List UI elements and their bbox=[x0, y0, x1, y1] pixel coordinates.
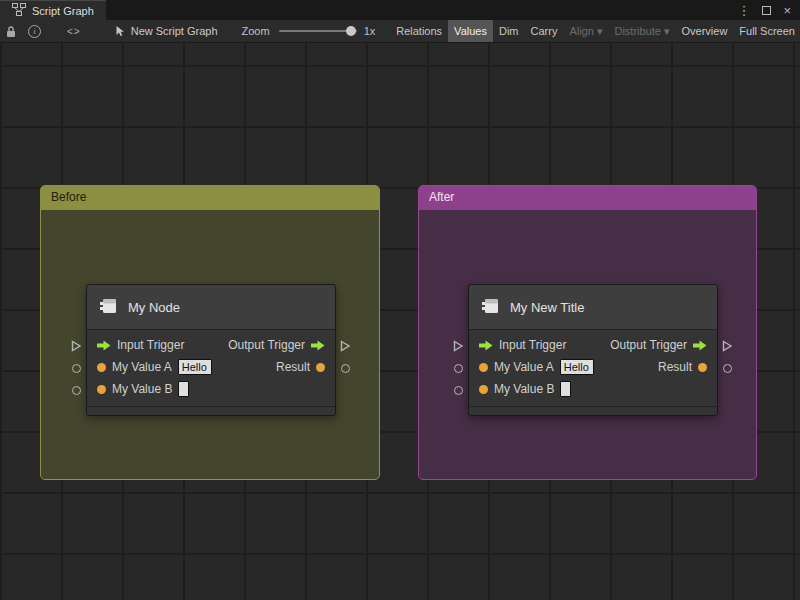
tab-title: Script Graph bbox=[32, 5, 94, 17]
port-label: My Value B bbox=[112, 382, 172, 396]
port-label: Result bbox=[658, 360, 692, 374]
graph-pointer-icon bbox=[115, 25, 126, 37]
group-header[interactable]: After bbox=[419, 186, 756, 210]
graph-name-label[interactable]: New Script Graph bbox=[131, 25, 218, 37]
script-graph-window: Script Graph ⋮ × i <> New Script Graph Z… bbox=[0, 0, 800, 600]
window-controls: ⋮ × bbox=[728, 0, 800, 20]
port-label: My Value A bbox=[494, 360, 554, 374]
node-footer bbox=[87, 406, 335, 415]
output-trigger-port[interactable]: Output Trigger bbox=[228, 338, 325, 352]
port-label: My Value A bbox=[112, 360, 172, 374]
group-after[interactable]: After My New Title bbox=[418, 185, 757, 480]
value-b-field[interactable] bbox=[178, 381, 189, 397]
port-row: My Value A Result bbox=[469, 356, 717, 378]
zoom-value: 1x bbox=[364, 25, 376, 37]
external-value-marker[interactable] bbox=[72, 364, 81, 373]
align-button: Align ▾ bbox=[563, 20, 608, 43]
value-b-port[interactable]: My Value B bbox=[97, 381, 189, 397]
value-b-field[interactable] bbox=[560, 381, 571, 397]
result-port[interactable]: Result bbox=[276, 360, 325, 374]
trigger-arrow-icon[interactable] bbox=[97, 340, 111, 351]
value-port-icon[interactable] bbox=[698, 363, 707, 372]
info-icon[interactable]: i bbox=[28, 25, 41, 38]
external-trigger-marker[interactable] bbox=[722, 340, 733, 354]
external-value-marker[interactable] bbox=[454, 364, 463, 373]
port-row: My Value B bbox=[87, 378, 335, 400]
node-before[interactable]: My Node Input Trigger Output Trigger bbox=[86, 284, 336, 416]
node-after[interactable]: My New Title Input Trigger Output Trigge… bbox=[468, 284, 718, 416]
node-header[interactable]: My Node bbox=[87, 285, 335, 330]
unit-icon bbox=[481, 296, 501, 318]
values-button[interactable]: Values bbox=[448, 20, 493, 43]
port-label: Input Trigger bbox=[117, 338, 184, 352]
overview-button[interactable]: Overview bbox=[675, 20, 733, 43]
close-icon[interactable]: × bbox=[783, 4, 791, 17]
graph-canvas[interactable]: Before My Node bbox=[0, 43, 800, 600]
value-a-port[interactable]: My Value A bbox=[97, 359, 212, 375]
value-a-port[interactable]: My Value A bbox=[479, 359, 594, 375]
port-label: Result bbox=[276, 360, 310, 374]
value-port-icon[interactable] bbox=[97, 385, 106, 394]
graph-toolbar: i <> New Script Graph Zoom 1x Relations … bbox=[0, 20, 800, 43]
external-value-marker[interactable] bbox=[341, 364, 350, 373]
input-trigger-port[interactable]: Input Trigger bbox=[479, 338, 566, 352]
distribute-button: Distribute ▾ bbox=[608, 20, 675, 43]
input-trigger-port[interactable]: Input Trigger bbox=[97, 338, 184, 352]
code-icon[interactable]: <> bbox=[67, 26, 81, 37]
carry-button[interactable]: Carry bbox=[525, 20, 564, 43]
external-value-marker[interactable] bbox=[72, 386, 81, 395]
port-label: Output Trigger bbox=[228, 338, 305, 352]
value-b-port[interactable]: My Value B bbox=[479, 381, 571, 397]
zoom-slider[interactable] bbox=[279, 30, 357, 32]
zoom-slider-knob[interactable] bbox=[346, 26, 356, 36]
group-before[interactable]: Before My Node bbox=[40, 185, 380, 480]
value-port-icon[interactable] bbox=[479, 385, 488, 394]
tab-script-graph[interactable]: Script Graph bbox=[0, 0, 106, 20]
port-row: Input Trigger Output Trigger bbox=[87, 334, 335, 356]
titlebar: Script Graph ⋮ × bbox=[0, 0, 800, 20]
value-port-icon[interactable] bbox=[97, 363, 106, 372]
group-label: After bbox=[429, 190, 454, 204]
external-value-marker[interactable] bbox=[723, 364, 732, 373]
external-trigger-marker[interactable] bbox=[71, 340, 82, 354]
relations-button[interactable]: Relations bbox=[390, 20, 448, 43]
group-header[interactable]: Before bbox=[41, 186, 379, 210]
node-title: My Node bbox=[128, 300, 180, 315]
node-body: Input Trigger Output Trigger My Valu bbox=[469, 330, 717, 406]
port-row: My Value A Result bbox=[87, 356, 335, 378]
external-trigger-marker[interactable] bbox=[453, 340, 464, 354]
external-value-marker[interactable] bbox=[454, 386, 463, 395]
result-port[interactable]: Result bbox=[658, 360, 707, 374]
group-label: Before bbox=[51, 190, 86, 204]
value-port-icon[interactable] bbox=[316, 363, 325, 372]
maximize-square bbox=[762, 6, 771, 15]
fullscreen-button[interactable]: Full Screen bbox=[733, 20, 800, 43]
node-header[interactable]: My New Title bbox=[469, 285, 717, 330]
zoom-label: Zoom bbox=[242, 25, 270, 37]
port-row: Input Trigger Output Trigger bbox=[469, 334, 717, 356]
unit-icon bbox=[99, 296, 119, 318]
port-label: Output Trigger bbox=[610, 338, 687, 352]
script-graph-icon bbox=[12, 3, 26, 18]
value-a-field[interactable] bbox=[178, 359, 212, 375]
node-body: Input Trigger Output Trigger My Valu bbox=[87, 330, 335, 406]
port-label: Input Trigger bbox=[499, 338, 566, 352]
node-footer bbox=[469, 406, 717, 415]
lock-icon[interactable] bbox=[5, 25, 17, 38]
trigger-arrow-icon[interactable] bbox=[693, 340, 707, 351]
dim-button[interactable]: Dim bbox=[493, 20, 525, 43]
trigger-arrow-icon[interactable] bbox=[479, 340, 493, 351]
port-row: My Value B bbox=[469, 378, 717, 400]
port-label: My Value B bbox=[494, 382, 554, 396]
value-port-icon[interactable] bbox=[479, 363, 488, 372]
value-a-field[interactable] bbox=[560, 359, 594, 375]
menu-icon[interactable]: ⋮ bbox=[737, 4, 750, 17]
node-title: My New Title bbox=[510, 300, 584, 315]
output-trigger-port[interactable]: Output Trigger bbox=[610, 338, 707, 352]
trigger-arrow-icon[interactable] bbox=[311, 340, 325, 351]
maximize-icon[interactable] bbox=[762, 4, 771, 17]
external-trigger-marker[interactable] bbox=[340, 340, 351, 354]
